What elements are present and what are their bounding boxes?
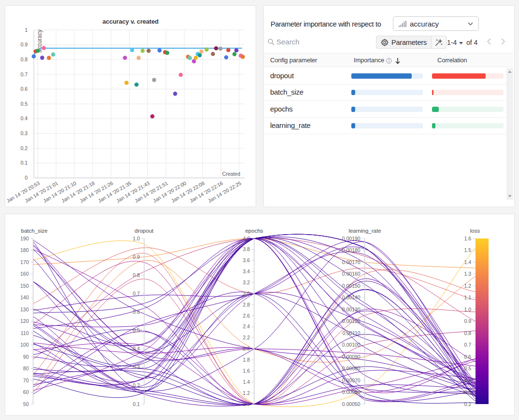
svg-text:1.0: 1.0: [243, 401, 250, 407]
svg-text:1.6: 1.6: [464, 236, 471, 241]
svg-text:0.00150: 0.00150: [342, 283, 360, 289]
svg-text:4.0: 4.0: [243, 236, 250, 241]
svg-text:batch_size: batch_size: [21, 228, 48, 234]
svg-text:160: 160: [20, 271, 29, 277]
svg-text:learning_rate: learning_rate: [348, 228, 381, 234]
svg-text:0.8: 0.8: [20, 56, 28, 62]
svg-text:140: 140: [20, 294, 29, 300]
svg-text:0.4: 0.4: [133, 346, 140, 351]
svg-text:0.00180: 0.00180: [342, 247, 360, 253]
svg-text:1.3: 1.3: [464, 271, 471, 277]
svg-text:80: 80: [23, 365, 29, 371]
svg-text:Created: Created: [222, 171, 241, 177]
svg-text:0.2: 0.2: [20, 145, 28, 151]
svg-text:0.00100: 0.00100: [342, 342, 360, 348]
svg-text:1.4: 1.4: [464, 259, 471, 265]
svg-text:100: 100: [20, 342, 29, 348]
svg-text:1.5: 1.5: [464, 247, 471, 253]
svg-text:0.9: 0.9: [133, 254, 140, 260]
svg-text:0.4: 0.4: [20, 115, 28, 121]
svg-text:3.2: 3.2: [243, 280, 250, 285]
svg-text:2.6: 2.6: [243, 313, 250, 319]
svg-text:190: 190: [20, 236, 29, 241]
svg-text:0.00080: 0.00080: [342, 365, 360, 371]
svg-text:0.1: 0.1: [133, 401, 140, 407]
svg-text:accuracy v. created: accuracy v. created: [102, 18, 159, 25]
svg-text:180: 180: [20, 247, 29, 253]
svg-text:0.1: 0.1: [20, 160, 28, 166]
svg-text:50: 50: [23, 401, 29, 407]
svg-text:2.4: 2.4: [243, 323, 250, 329]
svg-text:130: 130: [20, 307, 29, 312]
svg-text:2.0: 2.0: [243, 346, 250, 351]
svg-text:1.1: 1.1: [464, 294, 471, 300]
svg-text:loss: loss: [470, 228, 480, 234]
svg-text:1.0: 1.0: [464, 307, 471, 312]
svg-text:0.00130: 0.00130: [342, 307, 360, 312]
svg-text:0.5: 0.5: [20, 101, 28, 107]
svg-text:epochs: epochs: [245, 228, 263, 234]
svg-text:0.4: 0.4: [464, 378, 471, 383]
svg-text:0.7: 0.7: [464, 342, 471, 348]
svg-text:0.7: 0.7: [133, 291, 140, 296]
svg-text:120: 120: [20, 318, 29, 324]
svg-text:0.8: 0.8: [133, 272, 140, 278]
svg-text:3.6: 3.6: [243, 257, 250, 263]
svg-text:0.00070: 0.00070: [342, 378, 360, 383]
svg-text:0.00170: 0.00170: [342, 259, 360, 265]
svg-text:0.00060: 0.00060: [342, 389, 360, 395]
svg-text:0.00190: 0.00190: [342, 236, 360, 241]
svg-text:0.8: 0.8: [464, 330, 471, 336]
svg-text:0.00140: 0.00140: [342, 294, 360, 300]
svg-text:dropout: dropout: [134, 228, 154, 234]
svg-text:1: 1: [25, 27, 28, 33]
svg-text:3.4: 3.4: [243, 268, 250, 274]
svg-text:110: 110: [21, 330, 29, 336]
svg-text:0.6: 0.6: [20, 86, 28, 92]
svg-text:1.2: 1.2: [243, 390, 250, 396]
svg-text:0.7: 0.7: [20, 71, 28, 77]
svg-text:0: 0: [25, 175, 28, 181]
svg-text:0.00090: 0.00090: [342, 354, 360, 360]
svg-text:0.6: 0.6: [133, 309, 140, 315]
svg-text:0.00160: 0.00160: [342, 271, 360, 277]
svg-text:90: 90: [23, 354, 29, 360]
svg-text:0.6: 0.6: [464, 354, 471, 360]
svg-text:0.00050: 0.00050: [342, 401, 360, 407]
svg-text:1.0: 1.0: [133, 236, 140, 241]
svg-text:150: 150: [20, 283, 29, 289]
svg-text:1.6: 1.6: [243, 368, 250, 374]
svg-text:3.8: 3.8: [243, 246, 250, 252]
svg-text:60: 60: [23, 389, 29, 395]
svg-text:3.0: 3.0: [243, 291, 250, 296]
svg-text:0.00120: 0.00120: [342, 318, 360, 324]
svg-text:1.2: 1.2: [464, 283, 471, 289]
svg-text:0.3: 0.3: [20, 130, 28, 136]
svg-text:1.8: 1.8: [243, 357, 250, 363]
svg-text:0.2: 0.2: [133, 382, 140, 388]
svg-text:170: 170: [20, 259, 29, 265]
svg-text:2.8: 2.8: [243, 302, 250, 308]
svg-text:1.4: 1.4: [243, 379, 250, 385]
svg-text:0.2: 0.2: [464, 401, 471, 407]
svg-text:0.3: 0.3: [464, 389, 471, 395]
svg-text:70: 70: [23, 378, 29, 383]
svg-text:0.3: 0.3: [133, 364, 140, 370]
svg-text:2.2: 2.2: [243, 335, 250, 340]
svg-text:0.9: 0.9: [464, 318, 471, 324]
svg-text:0.9: 0.9: [20, 42, 28, 47]
svg-text:Jan 14 '20 22:25: Jan 14 '20 22:25: [207, 180, 242, 204]
svg-text:0.00110: 0.00110: [343, 330, 360, 336]
svg-text:0.5: 0.5: [133, 327, 140, 333]
svg-text:0.5: 0.5: [464, 365, 471, 371]
